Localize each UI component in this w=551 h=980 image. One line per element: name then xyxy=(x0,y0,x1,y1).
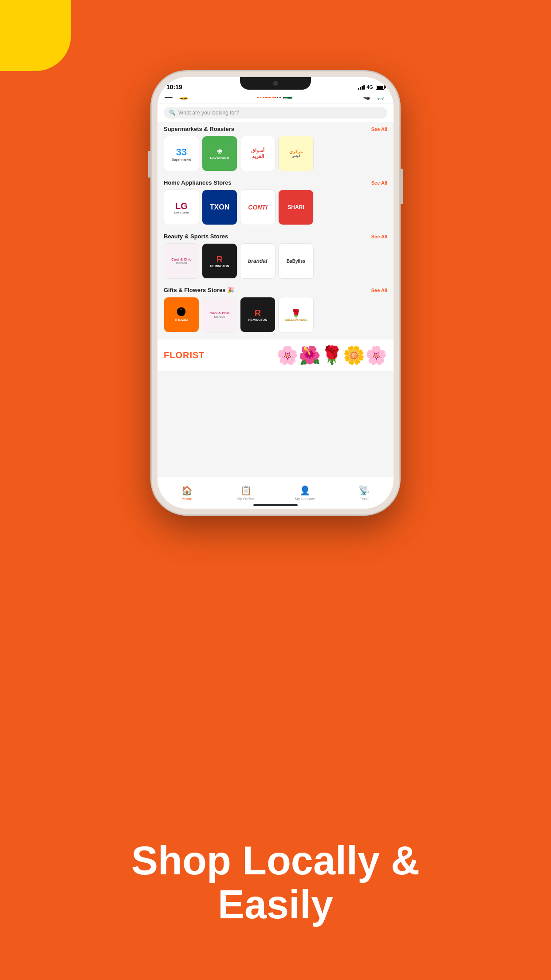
supermarkets-grid: 33 Supermarket ❀ LAVENDER xyxy=(164,136,387,171)
store-logo-babyliss: BaByliss xyxy=(279,244,313,278)
phone-notch xyxy=(240,77,311,90)
nav-label-home: Home xyxy=(181,497,192,501)
store-card-goldenrose[interactable]: 🌹 GOLDEN ROSE xyxy=(278,297,314,332)
nav-item-orders[interactable]: 📋 My Orders xyxy=(216,483,276,503)
nav-item-account[interactable]: 👤 My Account xyxy=(276,483,335,503)
nav-label-orders: My Orders xyxy=(236,497,255,501)
phone-mockup: 10:19 4G ◀ Search xyxy=(151,71,400,515)
store-logo-coolchic2: Cool & Chic fashion xyxy=(202,297,237,332)
florist-flowers: 🌸🌺🌹🌼🌸 xyxy=(201,345,387,366)
gifts-flowers-grid: 🅘 ITBA3LI Cool & Chic fashion xyxy=(164,297,387,332)
store-logo-goldenrose: 🌹 GOLDEN ROSE xyxy=(279,297,313,332)
store-card-coolchic[interactable]: Cool & Chic fashion xyxy=(164,243,199,279)
store-card-lavender[interactable]: ❀ LAVENDER xyxy=(202,136,237,171)
app-content: ◀ Search 🔔 martix 🇵🇸 xyxy=(157,77,394,477)
store-logo-remington: R REMINGTON xyxy=(202,244,237,278)
store-logo-itba3li: 🅘 ITBA3LI xyxy=(164,297,199,332)
headline-section: Shop Locally & Easily xyxy=(0,839,551,927)
search-bar: 🔍 What are you looking for? xyxy=(157,103,394,122)
store-logo-central: مركزي فونس xyxy=(279,136,313,171)
store-logo-remington2: R REMINGTON xyxy=(240,297,275,332)
store-card-babyliss[interactable]: BaByliss xyxy=(278,243,314,279)
store-logo-conti: CONTI xyxy=(240,190,275,225)
store-logo-coolchic: Cool & Chic fashion xyxy=(164,244,199,278)
home-appliances-section: Home Appliances Stores See All LG Life's… xyxy=(157,176,394,229)
store-card-remington[interactable]: R REMINGTON xyxy=(202,243,237,279)
status-time: 10:19 xyxy=(166,83,182,91)
store-card-coolchic2[interactable]: Cool & Chic fashion xyxy=(202,297,237,332)
search-icon: 🔍 xyxy=(169,110,176,116)
nav-label-account: My Account xyxy=(295,497,315,501)
store-card-conti[interactable]: CONTI xyxy=(240,190,276,225)
store-logo-brandat: brandat xyxy=(240,244,275,278)
section-title-gifts-flowers: Gifts & Flowers Stores 🎉 xyxy=(164,287,234,293)
store-card-lg[interactable]: LG Life's Good xyxy=(164,190,199,225)
store-card-33[interactable]: 33 Supermarket xyxy=(164,136,199,171)
section-header-gifts-flowers: Gifts & Flowers Stores 🎉 See All xyxy=(164,287,387,293)
camera xyxy=(273,81,278,86)
feed-nav-icon: 📡 xyxy=(358,485,370,496)
store-card-shari[interactable]: SHARI xyxy=(278,190,314,225)
section-header-beauty-sports: Beauty & Sports Stores See All xyxy=(164,233,387,240)
corner-decoration xyxy=(0,0,71,71)
home-nav-icon: 🏠 xyxy=(181,485,193,496)
orders-nav-icon: 📋 xyxy=(240,485,252,496)
beauty-sports-grid: Cool & Chic fashion R REMINGTON xyxy=(164,243,387,279)
store-logo-lg: LG Life's Good xyxy=(164,190,199,225)
store-card-alfareed[interactable]: أسواق الفريد xyxy=(240,136,276,171)
section-title-home-appliances: Home Appliances Stores xyxy=(164,179,232,186)
search-placeholder: What are you looking for? xyxy=(178,110,239,116)
home-appliances-grid: LG Life's Good TXON C xyxy=(164,190,387,225)
headline-line1: Shop Locally & xyxy=(131,838,420,883)
see-all-home-appliances[interactable]: See All xyxy=(371,180,387,186)
headline-line2: Easily xyxy=(218,882,333,927)
section-title-beauty-sports: Beauty & Sports Stores xyxy=(164,233,228,240)
bottom-navigation: 🏠 Home 📋 My Orders 👤 My Account 📡 Feed xyxy=(157,477,394,509)
store-card-central[interactable]: مركزي فونس xyxy=(278,136,314,171)
supermarkets-section: Supermarkets & Roasters See All 33 Super… xyxy=(157,122,394,176)
nav-item-home[interactable]: 🏠 Home xyxy=(157,483,216,503)
account-nav-icon: 👤 xyxy=(299,485,311,496)
signal-bars xyxy=(358,84,365,90)
store-logo-txon: TXON xyxy=(202,190,237,225)
store-logo-lavender: ❀ LAVENDER xyxy=(202,136,237,171)
store-logo-33: 33 Supermarket xyxy=(164,136,199,171)
see-all-supermarkets[interactable]: See All xyxy=(371,126,387,132)
section-title-supermarkets: Supermarkets & Roasters xyxy=(164,126,234,132)
battery-icon xyxy=(376,85,385,90)
status-icons: 4G xyxy=(358,84,385,90)
store-card-brandat[interactable]: brandat xyxy=(240,243,276,279)
home-indicator xyxy=(253,504,298,506)
network-type: 4G xyxy=(366,84,373,90)
nav-item-feed[interactable]: 📡 Feed xyxy=(335,483,394,503)
florist-banner[interactable]: FLORIST 🌸🌺🌹🌼🌸 xyxy=(157,340,394,371)
section-header-supermarkets: Supermarkets & Roasters See All xyxy=(164,126,387,132)
see-all-beauty-sports[interactable]: See All xyxy=(371,234,387,239)
nav-label-feed: Feed xyxy=(359,497,369,501)
section-header-home-appliances: Home Appliances Stores See All xyxy=(164,179,387,186)
headline-text: Shop Locally & Easily xyxy=(27,839,524,927)
search-input-wrapper[interactable]: 🔍 What are you looking for? xyxy=(164,107,387,119)
store-card-txon[interactable]: TXON xyxy=(202,190,237,225)
store-card-itba3li[interactable]: 🅘 ITBA3LI xyxy=(164,297,199,332)
gifts-flowers-section: Gifts & Flowers Stores 🎉 See All 🅘 ITBA3… xyxy=(157,283,394,337)
store-card-remington2[interactable]: R REMINGTON xyxy=(240,297,276,332)
store-logo-shari: SHARI xyxy=(279,190,313,225)
florist-text: FLORIST xyxy=(164,350,205,360)
see-all-gifts-flowers[interactable]: See All xyxy=(371,288,387,293)
beauty-sports-section: Beauty & Sports Stores See All Cool & Ch… xyxy=(157,229,394,283)
store-logo-alfareed: أسواق الفريد xyxy=(240,136,275,171)
